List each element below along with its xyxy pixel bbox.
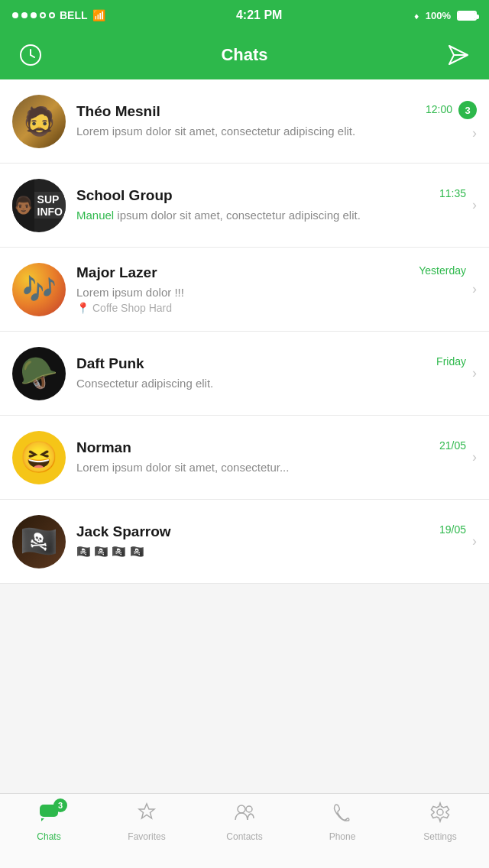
chat-item-theo[interactable]: 🧔 Théo Mesnil 12:00 Lorem ipsum dolor si…	[0, 79, 489, 164]
chevron-daft: ›	[472, 365, 477, 381]
tab-phone[interactable]: Phone	[293, 802, 391, 842]
favorites-tab-label: Favorites	[128, 831, 165, 842]
chat-item-major[interactable]: 🎶 Major Lazer Yesterday Lorem ipsum dolo…	[0, 248, 489, 332]
phone-tab-icon	[332, 802, 353, 828]
avatar-norman: 😆	[12, 431, 66, 484]
phone-icon	[332, 802, 353, 823]
star-icon	[136, 802, 157, 823]
gear-icon	[429, 802, 451, 823]
chat-preview-major: Lorem ipsum dolor !!!	[76, 284, 466, 300]
chat-item-norman[interactable]: 😆 Norman 21/05 Lorem ipsum dolor sit ame…	[0, 416, 489, 500]
chat-preview-school: Manuel ipsum dolor sit amet, consectetur…	[76, 207, 466, 223]
tab-settings[interactable]: Settings	[391, 802, 489, 842]
avatar-daft: 🪖	[12, 347, 66, 400]
chat-item-daft[interactable]: 🪖 Daft Punk Friday Consectetur adipiscin…	[0, 332, 489, 416]
tab-bar: 3 Chats Favorites Contacts Phone	[0, 793, 489, 868]
chat-preview-norman: Lorem ipsum dolor sit amet, consectetur.…	[76, 459, 466, 475]
bluetooth-icon: ⬧	[413, 10, 419, 21]
dot-2	[21, 12, 28, 18]
status-bar: BELL 📶 4:21 PM ⬧ 100%	[0, 0, 489, 31]
location-pin-icon: 📍	[76, 302, 89, 314]
status-time: 4:21 PM	[236, 8, 282, 22]
avatar-school: 👨🏾 SUPINFO 👓	[12, 179, 66, 232]
sender-name-school: Manuel	[76, 209, 114, 222]
settings-tab-icon	[429, 802, 451, 828]
status-left: BELL 📶	[12, 9, 105, 21]
send-icon	[448, 44, 469, 66]
chat-top-jack: Jack Sparrow 19/05	[76, 523, 466, 540]
chat-time-theo: 12:00	[426, 103, 452, 115]
chat-name-school: School Group	[76, 187, 173, 204]
chat-preview-school-text: ipsum dolor sit amet, consectetur adipis…	[114, 209, 361, 222]
phone-tab-label: Phone	[329, 831, 356, 842]
chat-item-jack[interactable]: 🏴‍☠️ Jack Sparrow 19/05 🏴‍☠️ 🏴‍☠️ 🏴‍☠️ 🏴…	[0, 500, 489, 584]
tab-favorites[interactable]: Favorites	[98, 802, 196, 842]
unread-badge-theo: 3	[458, 101, 477, 119]
chat-list: 🧔 Théo Mesnil 12:00 Lorem ipsum dolor si…	[0, 79, 489, 584]
chat-meta-theo: 3 ›	[458, 101, 477, 141]
chat-name-jack: Jack Sparrow	[76, 523, 171, 540]
contacts-tab-label: Contacts	[226, 831, 262, 842]
wifi-icon: 📶	[92, 9, 105, 21]
chevron-jack: ›	[472, 533, 477, 549]
chat-top-norman: Norman 21/05	[76, 439, 466, 456]
chevron-theo: ›	[472, 125, 477, 141]
chat-top-school: School Group 11:35	[76, 187, 466, 204]
location-text-major: Coffe Shop Hard	[92, 302, 172, 314]
svg-point-6	[246, 806, 252, 812]
chat-meta-school: ›	[472, 197, 477, 213]
avatar-jack: 🏴‍☠️	[12, 515, 66, 568]
chat-meta-major: ›	[472, 281, 477, 297]
svg-point-5	[238, 805, 245, 813]
dot-3	[31, 12, 37, 18]
clock-icon	[19, 44, 42, 66]
carrier-label: BELL	[60, 9, 88, 21]
favorites-tab-icon	[136, 802, 157, 828]
chevron-major: ›	[472, 281, 477, 297]
chat-item-school[interactable]: 👨🏾 SUPINFO 👓 School Group 11:35 Manuel i…	[0, 164, 489, 248]
chat-time-major: Yesterday	[419, 264, 466, 277]
chats-tab-badge: 3	[53, 798, 67, 812]
chat-name-daft: Daft Punk	[76, 355, 144, 372]
chevron-norman: ›	[472, 449, 477, 465]
svg-point-7	[437, 809, 443, 815]
settings-tab-label: Settings	[423, 831, 456, 842]
chat-name-norman: Norman	[76, 439, 131, 456]
chat-meta-jack: ›	[472, 533, 477, 549]
battery-icon	[457, 11, 477, 21]
dot-4	[40, 12, 46, 18]
signal-dots	[12, 12, 55, 18]
chat-time-jack: 19/05	[439, 523, 466, 536]
clock-button[interactable]	[15, 40, 46, 70]
chat-location-major: 📍 Coffe Shop Hard	[76, 302, 466, 314]
chat-top-major: Major Lazer Yesterday	[76, 264, 466, 281]
status-right: ⬧ 100%	[413, 10, 477, 21]
chat-content-school: School Group 11:35 Manuel ipsum dolor si…	[76, 187, 466, 223]
battery-label: 100%	[426, 10, 451, 21]
chat-content-norman: Norman 21/05 Lorem ipsum dolor sit amet,…	[76, 439, 466, 475]
tab-contacts[interactable]: Contacts	[196, 802, 293, 842]
chat-content-daft: Daft Punk Friday Consectetur adipiscing …	[76, 355, 466, 391]
page-title: Chats	[46, 45, 443, 65]
dot-1	[12, 12, 18, 18]
chat-preview-daft: Consectetur adipiscing elit.	[76, 375, 466, 391]
chat-time-daft: Friday	[436, 355, 466, 368]
chat-content-major: Major Lazer Yesterday Lorem ipsum dolor …	[76, 264, 466, 314]
svg-line-2	[31, 55, 34, 57]
chat-name-major: Major Lazer	[76, 264, 157, 281]
chat-content-jack: Jack Sparrow 19/05 🏴‍☠️ 🏴‍☠️ 🏴‍☠️ 🏴‍☠️	[76, 523, 466, 559]
chat-top-daft: Daft Punk Friday	[76, 355, 466, 372]
battery-fill	[458, 12, 475, 19]
chat-time-norman: 21/05	[439, 439, 466, 452]
chat-preview-jack: 🏴‍☠️ 🏴‍☠️ 🏴‍☠️ 🏴‍☠️	[76, 543, 466, 559]
dot-5	[49, 12, 55, 18]
avatar-major: 🎶	[12, 263, 66, 316]
compose-button[interactable]	[443, 40, 474, 70]
chats-tab-icon: 3	[38, 802, 60, 828]
chats-tab-label: Chats	[37, 831, 60, 842]
tab-chats[interactable]: 3 Chats	[0, 802, 98, 842]
chevron-school: ›	[472, 197, 477, 213]
chat-meta-norman: ›	[472, 449, 477, 465]
chat-top-theo: Théo Mesnil 12:00	[76, 103, 452, 120]
chat-content-theo: Théo Mesnil 12:00 Lorem ipsum dolor sit …	[76, 103, 452, 139]
